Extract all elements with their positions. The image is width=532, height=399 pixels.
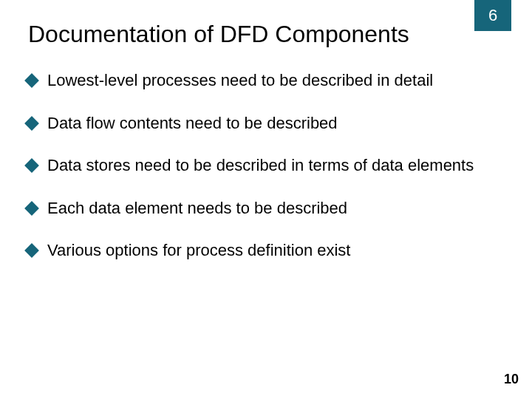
diamond-bullet-icon <box>24 243 39 258</box>
list-item: Various options for process definition e… <box>27 240 488 261</box>
page-number: 10 <box>504 372 519 387</box>
list-item-text: Lowest-level processes need to be descri… <box>47 70 488 91</box>
bullet-list: Lowest-level processes need to be descri… <box>27 70 488 283</box>
list-item-text: Data stores need to be described in term… <box>47 155 488 176</box>
chapter-number: 6 <box>488 6 497 25</box>
slide: 6 Documentation of DFD Components Lowest… <box>0 0 532 399</box>
slide-title: Documentation of DFD Components <box>28 21 466 48</box>
list-item-text: Various options for process definition e… <box>47 240 488 261</box>
diamond-bullet-icon <box>24 158 39 173</box>
diamond-bullet-icon <box>24 201 39 216</box>
list-item-text: Data flow contents need to be described <box>47 113 488 134</box>
chapter-number-box: 6 <box>474 0 511 31</box>
diamond-bullet-icon <box>24 73 39 88</box>
diamond-bullet-icon <box>24 116 39 131</box>
list-item: Data flow contents need to be described <box>27 113 488 134</box>
list-item: Lowest-level processes need to be descri… <box>27 70 488 91</box>
list-item: Each data element needs to be described <box>27 198 488 219</box>
list-item-text: Each data element needs to be described <box>47 198 488 219</box>
list-item: Data stores need to be described in term… <box>27 155 488 176</box>
